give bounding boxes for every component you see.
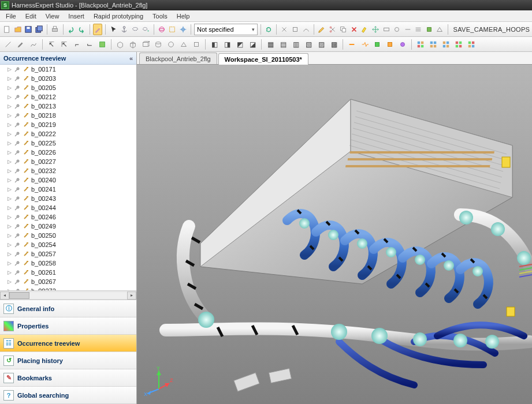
tool-g-icon[interactable] bbox=[414, 24, 423, 35]
scroll-track[interactable] bbox=[9, 291, 127, 300]
delete-icon[interactable] bbox=[349, 24, 359, 35]
sidebar-collapse-icon[interactable]: « bbox=[129, 55, 133, 62]
cut-icon[interactable] bbox=[328, 24, 337, 35]
tool-d-icon[interactable] bbox=[381, 24, 391, 35]
tree-item[interactable]: ▷b_00261 bbox=[0, 268, 136, 277]
expand-icon[interactable]: ▷ bbox=[7, 252, 12, 256]
tree-view[interactable]: ▷b_00171▷b_00203▷b_00205▷b_00212▷b_00213… bbox=[0, 65, 136, 290]
expand-icon[interactable]: ▷ bbox=[7, 242, 12, 247]
tree-item[interactable]: ▷b_00213 bbox=[0, 102, 136, 111]
tree-item[interactable]: ▷b_00250 bbox=[0, 231, 136, 240]
tree-item[interactable]: ▷b_00258 bbox=[0, 259, 136, 268]
filter-dropdown[interactable]: Not specified bbox=[194, 24, 258, 35]
expand-icon[interactable]: ▷ bbox=[7, 215, 12, 219]
expand-icon[interactable]: ▷ bbox=[7, 224, 12, 229]
op-a-icon[interactable]: ◧ bbox=[209, 39, 220, 50]
shape-edit-icon[interactable] bbox=[96, 39, 108, 50]
expand-icon[interactable]: ▷ bbox=[7, 95, 12, 99]
tool-e-icon[interactable] bbox=[392, 24, 402, 35]
tree-item[interactable]: ▷b_00244 bbox=[0, 203, 136, 212]
print-icon[interactable] bbox=[50, 24, 60, 35]
tree-item[interactable]: ▷b_00205 bbox=[0, 83, 136, 92]
tree-item[interactable]: ▷b_00219 bbox=[0, 120, 136, 129]
nav-general-info[interactable]: ⓘ General info bbox=[0, 300, 136, 317]
expand-icon[interactable]: ▷ bbox=[7, 178, 12, 182]
nav-properties[interactable]: Properties bbox=[0, 317, 136, 335]
menu-insert[interactable]: Insert bbox=[64, 12, 89, 21]
tree-item[interactable]: ▷b_00227 bbox=[0, 157, 136, 166]
tree-item[interactable]: ▷b_00222 bbox=[0, 129, 136, 139]
new-icon[interactable] bbox=[2, 24, 12, 35]
scroll-right-icon[interactable]: ▸ bbox=[127, 291, 136, 300]
expand-icon[interactable]: ▷ bbox=[7, 169, 12, 173]
box-f-icon[interactable] bbox=[178, 39, 189, 50]
tab-workspace[interactable]: Workspace_SI_20110503* bbox=[218, 53, 308, 65]
line-tool-icon[interactable] bbox=[2, 39, 14, 50]
expand-icon[interactable]: ▷ bbox=[7, 67, 12, 72]
menu-tools[interactable]: Tools bbox=[148, 12, 172, 21]
menu-rapid-prototyping[interactable]: Rapid prototyping bbox=[89, 12, 148, 21]
tree-item[interactable]: ▷b_00257 bbox=[0, 249, 136, 259]
tree-item[interactable]: ▷b_00212 bbox=[0, 92, 136, 102]
3d-viewport[interactable]: X Y Z bbox=[137, 65, 532, 404]
expand-icon[interactable]: ▷ bbox=[7, 141, 12, 145]
m4-icon[interactable]: ▧ bbox=[303, 39, 314, 50]
expand-icon[interactable]: ▷ bbox=[7, 205, 12, 210]
m5-icon[interactable]: ▨ bbox=[315, 39, 327, 50]
expand-icon[interactable]: ▷ bbox=[7, 76, 12, 81]
open-icon[interactable] bbox=[13, 24, 23, 35]
pencil-tool-icon[interactable] bbox=[15, 39, 27, 50]
menu-view[interactable]: View bbox=[41, 12, 64, 21]
expand-icon[interactable]: ▷ bbox=[7, 279, 12, 284]
tree-item[interactable]: ▷b_00240 bbox=[0, 175, 136, 185]
scroll-thumb[interactable] bbox=[9, 292, 29, 299]
grid-c-icon[interactable] bbox=[440, 39, 452, 50]
box-b-icon[interactable] bbox=[127, 39, 139, 50]
copy-btn-icon[interactable] bbox=[338, 24, 348, 35]
m1-icon[interactable]: ▦ bbox=[265, 39, 276, 50]
expand-icon[interactable]: ▷ bbox=[7, 85, 12, 90]
tree-item[interactable]: ▷b_00246 bbox=[0, 212, 136, 222]
harness-d-icon[interactable] bbox=[384, 39, 396, 50]
harness-a-icon[interactable] bbox=[346, 39, 358, 50]
edit-icon[interactable] bbox=[317, 24, 327, 35]
grid-d-icon[interactable] bbox=[453, 39, 464, 50]
expand-icon[interactable]: ▷ bbox=[7, 196, 12, 201]
harness-b-icon[interactable] bbox=[359, 39, 370, 50]
box-e-icon[interactable] bbox=[165, 39, 177, 50]
tool-h-icon[interactable] bbox=[425, 24, 434, 35]
undo-icon[interactable] bbox=[66, 24, 76, 35]
scroll-left-icon[interactable]: ◂ bbox=[0, 291, 9, 300]
box-g-icon[interactable] bbox=[191, 39, 202, 50]
menu-file[interactable]: File bbox=[1, 12, 21, 21]
expand-icon[interactable]: ▷ bbox=[7, 113, 12, 118]
tree-item[interactable]: ▷b_00241 bbox=[0, 185, 136, 194]
anchor-icon[interactable] bbox=[120, 24, 129, 35]
expand-icon[interactable]: ▷ bbox=[7, 150, 12, 155]
nav-global-searching[interactable]: ? Global searching bbox=[0, 387, 136, 404]
grid-e-icon[interactable] bbox=[466, 39, 477, 50]
tree-item[interactable]: ▷b_00243 bbox=[0, 194, 136, 203]
menu-edit[interactable]: Edit bbox=[21, 12, 41, 21]
tree-item[interactable]: ▷b_00272 bbox=[0, 286, 136, 290]
save-icon[interactable] bbox=[24, 24, 34, 35]
expand-icon[interactable]: ▷ bbox=[7, 261, 12, 265]
nav-placing-history[interactable]: ↺ Placing history bbox=[0, 352, 136, 369]
curve-tool-icon[interactable] bbox=[28, 39, 39, 50]
m2-icon[interactable]: ▤ bbox=[277, 39, 289, 50]
horizontal-scrollbar[interactable]: ◂ ▸ bbox=[0, 290, 136, 300]
tool-a-icon[interactable] bbox=[280, 24, 289, 35]
tree-item[interactable]: ▷b_00225 bbox=[0, 139, 136, 148]
m3-icon[interactable]: ▥ bbox=[290, 39, 302, 50]
expand-icon[interactable]: ▷ bbox=[7, 233, 12, 238]
harness-c-icon[interactable] bbox=[371, 39, 383, 50]
axis-gizmo[interactable]: X Y Z bbox=[143, 366, 175, 398]
menu-help[interactable]: Help bbox=[172, 12, 195, 21]
redo-icon[interactable] bbox=[77, 24, 87, 35]
harness-e-icon[interactable] bbox=[397, 39, 408, 50]
expand-icon[interactable]: ▷ bbox=[7, 132, 12, 136]
wizard-icon[interactable] bbox=[93, 24, 103, 35]
box-d-icon[interactable] bbox=[152, 39, 164, 50]
move-icon[interactable] bbox=[371, 24, 381, 35]
refresh-icon[interactable] bbox=[264, 24, 274, 35]
